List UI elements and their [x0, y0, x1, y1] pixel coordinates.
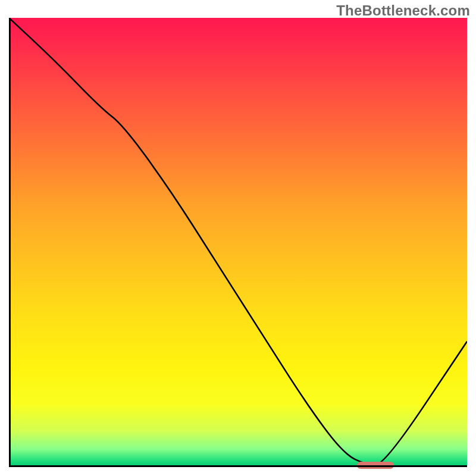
bottleneck-curve	[9, 18, 467, 465]
optimal-range-marker	[357, 462, 394, 469]
watermark-text: TheBottleneck.com	[336, 2, 470, 19]
chart-container: TheBottleneck.com	[0, 0, 476, 476]
line-layer	[9, 18, 467, 467]
plot-area	[9, 18, 467, 467]
